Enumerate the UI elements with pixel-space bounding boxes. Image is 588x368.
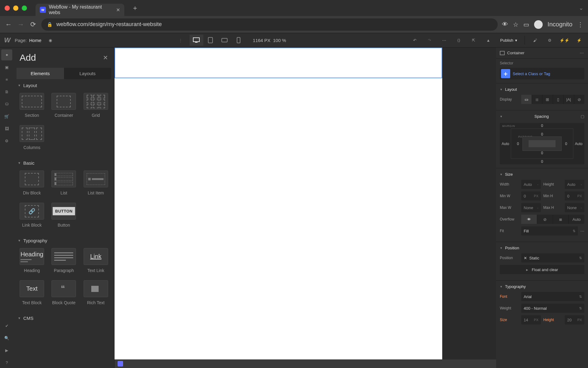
pages-icon[interactable]: ≡ bbox=[1, 74, 12, 85]
element-paragraph[interactable]: Paragraph bbox=[48, 245, 80, 277]
layout-section-title[interactable]: Layout bbox=[500, 86, 584, 95]
new-tab-button[interactable]: ＋ bbox=[132, 3, 138, 13]
eye-off-icon[interactable]: 👁 bbox=[502, 21, 508, 28]
publish-button[interactable]: Publish▾ bbox=[497, 38, 520, 43]
settings-icon[interactable]: ⚙ bbox=[544, 35, 556, 46]
display-inline-block-icon[interactable]: ▯ bbox=[553, 95, 564, 104]
font-size-input[interactable]: 14PX bbox=[521, 315, 541, 324]
maximize-window[interactable] bbox=[22, 6, 27, 11]
min-width-input[interactable]: 0PX bbox=[521, 191, 541, 201]
element-list[interactable]: List bbox=[48, 167, 80, 200]
help-icon[interactable]: ? bbox=[1, 357, 12, 368]
address-bar[interactable]: 🔒 webflow.com/design/my-restaurant-websi… bbox=[41, 18, 498, 31]
brush-icon[interactable]: 🖌 bbox=[529, 35, 541, 46]
display-block-icon[interactable]: ▭ bbox=[521, 95, 532, 104]
comments-icon[interactable]: ⋯ bbox=[438, 35, 450, 46]
images-icon[interactable]: 🖼 bbox=[1, 123, 12, 134]
display-inline-icon[interactable]: |A| bbox=[564, 95, 574, 104]
display-flex-icon[interactable]: ⫼ bbox=[532, 95, 543, 104]
minimize-window[interactable] bbox=[13, 6, 18, 11]
spacing-editor[interactable]: MARGIN PADDING 0 0 Auto Auto 0 0 0 0 bbox=[500, 123, 584, 164]
search-icon[interactable]: 🔍 bbox=[1, 332, 12, 343]
section-layout-title[interactable]: Layout bbox=[13, 79, 114, 90]
height-input[interactable]: Auto- bbox=[565, 180, 584, 189]
interactions-icon[interactable]: ⚡⚡ bbox=[559, 35, 570, 46]
tablet-viewport[interactable] bbox=[204, 35, 217, 46]
breadcrumb-chip[interactable] bbox=[118, 361, 123, 366]
position-section-title[interactable]: Position bbox=[500, 244, 584, 253]
preview-eye-icon[interactable]: ◉ bbox=[44, 35, 56, 46]
desktop-viewport[interactable] bbox=[190, 35, 203, 46]
help-video-icon[interactable]: ▶ bbox=[1, 345, 12, 356]
fit-select[interactable]: Fill bbox=[521, 226, 578, 236]
spacing-section-title[interactable]: Spacing▢ bbox=[500, 113, 584, 122]
class-selector-input[interactable]: ＋ Select a Class or Tag bbox=[500, 68, 584, 79]
typography-section-title[interactable]: Typography bbox=[500, 283, 584, 292]
element-button[interactable]: BUTTONButton bbox=[48, 200, 80, 232]
element-text-link[interactable]: LinkText Link bbox=[80, 245, 112, 277]
page-selector[interactable]: Page: Home bbox=[15, 38, 41, 43]
element-heading[interactable]: HeadingHeading bbox=[16, 245, 48, 277]
display-grid-icon[interactable]: ⊞ bbox=[542, 95, 553, 104]
float-clear-toggle[interactable]: ▸ Float and clear bbox=[500, 265, 584, 274]
profile-avatar[interactable] bbox=[534, 20, 543, 29]
fit-more-icon[interactable]: ⋯ bbox=[580, 229, 584, 233]
tab-elements[interactable]: Elements bbox=[17, 68, 64, 79]
video-icon[interactable]: ✔ bbox=[1, 320, 12, 331]
section-basic-title[interactable]: Basic bbox=[13, 157, 114, 167]
mobile-landscape-viewport[interactable] bbox=[218, 35, 232, 46]
overflow-auto-button[interactable]: Auto bbox=[569, 215, 584, 224]
webflow-logo[interactable]: W bbox=[3, 36, 12, 44]
export-icon[interactable]: ⇱ bbox=[468, 35, 479, 46]
element-section[interactable]: Section bbox=[16, 90, 48, 122]
max-width-input[interactable]: None- bbox=[521, 203, 541, 212]
navigator-icon[interactable]: ▣ bbox=[1, 62, 12, 73]
code-icon[interactable]: ⟨⟩ bbox=[453, 35, 465, 46]
close-tab-icon[interactable]: ✕ bbox=[116, 7, 120, 13]
element-list-item[interactable]: List Item bbox=[80, 167, 112, 200]
font-select[interactable]: Arial bbox=[521, 292, 584, 301]
overflow-visible-icon[interactable]: 👁 bbox=[521, 215, 537, 224]
back-button[interactable]: ← bbox=[5, 21, 13, 29]
tab-layouts[interactable]: Layouts bbox=[64, 68, 111, 79]
element-breadcrumb[interactable]: Container ⋯ bbox=[496, 48, 588, 59]
element-columns[interactable]: Columns bbox=[16, 122, 48, 154]
design-canvas[interactable] bbox=[115, 48, 496, 368]
overflow-hidden-icon[interactable]: ⊘ bbox=[537, 215, 553, 224]
assets-icon[interactable]: 🗎 bbox=[1, 86, 12, 97]
max-height-input[interactable]: None- bbox=[565, 203, 584, 212]
bookmark-icon[interactable]: ☆ bbox=[513, 21, 518, 28]
panel-icon[interactable]: ▭ bbox=[523, 21, 529, 28]
element-block-quote[interactable]: ❝Block Quote bbox=[48, 277, 80, 309]
element-div-block[interactable]: Div Block bbox=[16, 167, 48, 200]
weight-select[interactable]: 400 - Normal bbox=[521, 304, 584, 313]
cms-icon[interactable]: ⛁ bbox=[1, 98, 12, 109]
element-rich-text[interactable]: Rich Text bbox=[80, 277, 112, 309]
min-height-input[interactable]: 0PX bbox=[565, 191, 584, 201]
size-section-title[interactable]: Size bbox=[500, 171, 584, 180]
settings-rail-icon[interactable]: ⚙ bbox=[1, 135, 12, 146]
redo-button[interactable]: ↷ bbox=[424, 35, 435, 46]
width-input[interactable]: Auto- bbox=[521, 180, 541, 189]
undo-button[interactable]: ↶ bbox=[409, 35, 420, 46]
close-panel-icon[interactable]: ✕ bbox=[103, 54, 108, 61]
reload-button[interactable]: ⟳ bbox=[29, 21, 37, 29]
element-grid[interactable]: Grid bbox=[80, 90, 112, 122]
position-select[interactable]: ✕ Static bbox=[521, 253, 584, 263]
element-text-block[interactable]: TextText Block bbox=[16, 277, 48, 309]
menu-icon[interactable]: ⋮ bbox=[577, 21, 583, 28]
browser-tab[interactable]: w Webflow - My restaurant webs ✕ bbox=[36, 4, 124, 16]
close-window[interactable] bbox=[5, 6, 10, 11]
chevron-down-icon[interactable]: ⌄ bbox=[579, 5, 583, 11]
more-icon[interactable]: ⋯ bbox=[580, 51, 584, 55]
breakpoint-menu-icon[interactable]: ⋮ bbox=[175, 35, 187, 46]
mobile-portrait-viewport[interactable] bbox=[232, 35, 246, 46]
element-container[interactable]: Container bbox=[48, 90, 80, 122]
overflow-scroll-icon[interactable]: ≣ bbox=[553, 215, 569, 224]
effects-icon[interactable]: ⚡ bbox=[573, 35, 585, 46]
audit-icon[interactable]: ▲ bbox=[482, 35, 494, 46]
line-height-input[interactable]: 20PX bbox=[565, 315, 584, 324]
display-none-icon[interactable]: ⊘ bbox=[574, 95, 585, 104]
ecommerce-icon[interactable]: 🛒 bbox=[1, 111, 12, 122]
add-icon[interactable]: ＋ bbox=[1, 49, 12, 60]
